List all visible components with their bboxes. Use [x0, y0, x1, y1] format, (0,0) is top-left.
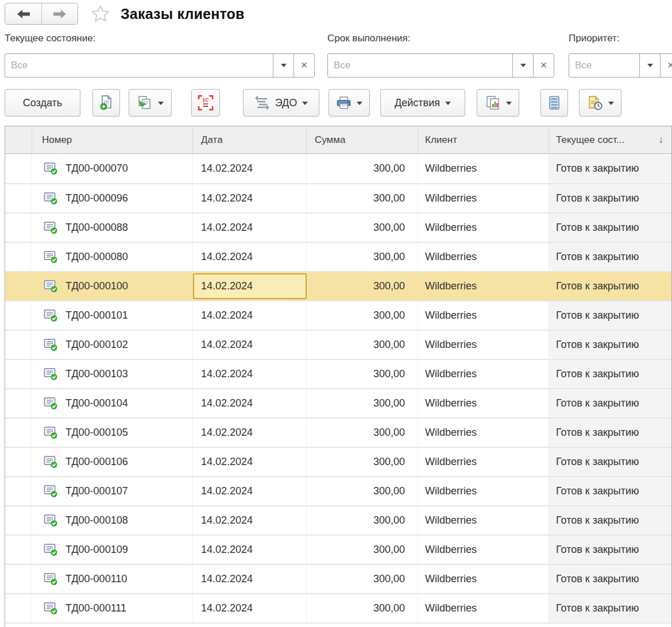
cell-order-number[interactable]: ТД00-000080 — [32, 243, 193, 271]
cell-order-sum[interactable]: 300,00 — [307, 243, 418, 271]
cell-order-number[interactable]: ТД00-000104 — [32, 389, 193, 417]
print-button[interactable] — [329, 89, 370, 117]
row-marker-cell[interactable] — [5, 536, 32, 564]
cell-order-client[interactable]: Wildberries — [418, 331, 549, 359]
cell-order-status[interactable]: Готов к закрытию — [549, 594, 671, 622]
cell-order-date[interactable]: 14.02.2024 — [193, 243, 307, 271]
cell-order-client[interactable]: Wildberries — [418, 448, 549, 476]
table-row[interactable]: ТД00-000102 14.02.2024 300,00 Wildberrie… — [5, 330, 671, 359]
cell-order-number[interactable]: ТД00-000088 — [32, 214, 193, 242]
row-marker-cell[interactable] — [5, 565, 32, 593]
cell-order-client[interactable]: Wildberries — [418, 154, 549, 183]
due-date-input[interactable]: Все × — [327, 53, 554, 78]
cell-order-date[interactable]: 14.02.2024 — [193, 389, 307, 417]
cell-order-sum[interactable]: 300,00 — [307, 506, 418, 535]
cell-order-number[interactable]: ТД00-000109 — [32, 536, 193, 564]
sort-desc-icon[interactable]: ↓ — [659, 134, 664, 146]
row-marker-cell[interactable] — [5, 419, 32, 447]
cell-order-number[interactable]: ТД00-000070 — [32, 154, 193, 183]
row-marker-cell[interactable] — [5, 360, 32, 388]
cell-order-number[interactable]: ТД00-000105 — [32, 419, 193, 447]
cell-order-date[interactable]: 14.02.2024 — [193, 154, 307, 183]
cell-order-client[interactable]: Wildberries — [418, 184, 549, 212]
cell-order-sum[interactable]: 300,00 — [307, 331, 418, 359]
cell-order-sum[interactable]: 300,00 — [307, 419, 418, 447]
table-row[interactable]: ТД00-000106 14.02.2024 300,00 Wildberrie… — [5, 447, 671, 476]
row-marker-cell[interactable] — [5, 506, 32, 535]
table-row[interactable]: ТД00-000096 14.02.2024 300,00 Wildberrie… — [5, 183, 671, 212]
cell-order-client[interactable]: Wildberries — [418, 594, 549, 622]
row-marker-cell[interactable] — [5, 448, 32, 476]
row-marker-cell[interactable] — [5, 272, 32, 300]
cell-order-date[interactable]: 14.02.2024 — [193, 360, 307, 388]
table-row[interactable]: ТД00-000103 14.02.2024 300,00 Wildberrie… — [5, 359, 671, 388]
cell-order-status[interactable]: Готов к закрытию — [549, 536, 671, 564]
cell-order-sum[interactable]: 300,00 — [307, 477, 418, 505]
cell-order-client[interactable]: Wildberries — [418, 243, 549, 271]
cell-order-status[interactable]: Готов к закрытию — [549, 154, 671, 183]
cell-order-status[interactable]: Готов к закрытию — [549, 214, 671, 242]
cell-order-date[interactable]: 14.02.2024 — [193, 273, 307, 299]
cell-order-date[interactable]: 14.02.2024 — [193, 594, 307, 622]
clear-button[interactable]: × — [293, 54, 314, 77]
table-row[interactable]: ТД00-000104 14.02.2024 300,00 Wildberrie… — [5, 388, 671, 417]
table-row[interactable]: ТД00-000109 14.02.2024 300,00 Wildberrie… — [5, 535, 671, 564]
cell-order-sum[interactable]: 300,00 — [307, 565, 418, 593]
cell-order-number[interactable]: ТД00-000102 — [32, 331, 193, 359]
actions-button[interactable]: Действия — [380, 89, 465, 117]
periodic-documents-button[interactable] — [579, 89, 621, 117]
header-sum[interactable]: Сумма — [307, 126, 418, 153]
row-marker-cell[interactable] — [5, 389, 32, 417]
priority-input[interactable]: Все × — [569, 53, 672, 78]
cell-order-date[interactable]: 14.02.2024 — [193, 419, 307, 447]
row-marker-cell[interactable] — [5, 331, 32, 359]
create-button[interactable]: Создать — [5, 89, 80, 117]
reports-button[interactable] — [477, 89, 519, 117]
filter-value-placeholder[interactable]: Все — [569, 54, 639, 77]
row-marker-cell[interactable] — [5, 477, 32, 505]
cell-order-client[interactable]: Wildberries — [418, 214, 549, 242]
cell-order-status[interactable]: Готов к закрытию — [549, 389, 671, 417]
cell-order-sum[interactable]: 300,00 — [307, 272, 418, 300]
dropdown-button[interactable] — [639, 54, 660, 77]
forward-button[interactable] — [41, 3, 78, 24]
row-marker-cell[interactable] — [5, 214, 32, 242]
row-marker-cell[interactable] — [5, 301, 32, 330]
table-row[interactable]: ТД00-000110 14.02.2024 300,00 Wildberrie… — [5, 564, 671, 593]
table-row[interactable]: ТД00-000088 14.02.2024 300,00 Wildberrie… — [5, 212, 671, 242]
cell-order-date[interactable]: 14.02.2024 — [193, 331, 307, 359]
cell-order-status[interactable]: Готов к закрытию — [549, 301, 671, 330]
cell-order-client[interactable]: Wildberries — [418, 301, 549, 330]
cell-order-number[interactable]: ТД00-000101 — [32, 301, 193, 330]
header-number[interactable]: Номер — [32, 126, 193, 153]
header-status[interactable]: Текущее сост... ↓ — [549, 126, 671, 153]
cell-order-client[interactable]: Wildberries — [418, 477, 549, 505]
back-button[interactable] — [5, 3, 41, 24]
cell-order-sum[interactable]: 300,00 — [307, 360, 418, 388]
row-marker-cell[interactable] — [5, 184, 32, 212]
cell-order-number[interactable]: ТД00-000107 — [32, 477, 193, 505]
cell-order-status[interactable]: Готов к закрытию — [549, 419, 671, 447]
cell-order-client[interactable]: Wildberries — [418, 506, 549, 535]
cell-order-sum[interactable]: 300,00 — [307, 594, 418, 622]
cell-order-status[interactable]: Готов к закрытию — [549, 448, 671, 476]
clear-button[interactable]: × — [660, 54, 672, 77]
header-marker-column[interactable] — [5, 126, 32, 153]
cell-order-status[interactable]: Готов к закрытию — [549, 184, 671, 212]
cell-order-client[interactable]: Wildberries — [418, 536, 549, 564]
table-row[interactable]: ТД00-000111 14.02.2024 300,00 Wildberrie… — [5, 593, 671, 622]
cell-order-date[interactable]: 14.02.2024 — [193, 536, 307, 564]
cell-order-sum[interactable]: 300,00 — [307, 448, 418, 476]
header-date[interactable]: Дата — [193, 126, 307, 153]
table-row[interactable]: ТД00-000105 14.02.2024 300,00 Wildberrie… — [5, 417, 671, 447]
cell-order-status[interactable]: Готов к закрытию — [549, 331, 671, 359]
cell-order-client[interactable]: Wildberries — [418, 272, 549, 300]
cell-order-client[interactable]: Wildberries — [418, 419, 549, 447]
table-row[interactable]: ТД00-000101 14.02.2024 300,00 Wildberrie… — [5, 300, 671, 330]
cell-order-status[interactable]: Готов к закрытию — [549, 360, 671, 388]
cell-order-number[interactable]: ТД00-000108 — [32, 506, 193, 535]
cell-order-status[interactable]: Готов к закрытию — [549, 477, 671, 505]
dropdown-button[interactable] — [512, 54, 533, 77]
cell-order-date[interactable]: 14.02.2024 — [193, 214, 307, 242]
header-client[interactable]: Клиент — [418, 126, 549, 153]
